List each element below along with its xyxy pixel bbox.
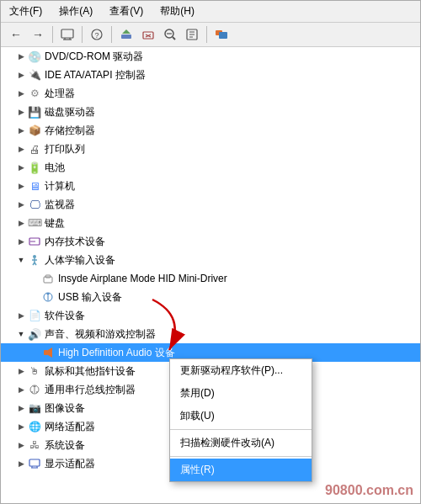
label-audio: High Definition Audio 设备 (58, 346, 175, 360)
menu-action[interactable]: 操作(A) (56, 3, 96, 20)
icon-memtech (28, 235, 41, 248)
svg-rect-0 (61, 29, 73, 38)
context-menu: 更新驱动程序软件(P)... 禁用(D) 卸载(U) 扫描检测硬件改动(A) 属… (169, 358, 312, 482)
properties-button[interactable] (182, 25, 202, 44)
tree-item-print[interactable]: ▶ 🖨 打印队列 (1, 140, 420, 158)
arrow-net: ▶ (16, 422, 26, 432)
label-sound: 声音、视频和游戏控制器 (45, 327, 156, 342)
label-display: 显示适配器 (45, 457, 95, 471)
icon-bus (28, 383, 41, 396)
uninstall-button[interactable] (138, 25, 158, 44)
label-monitor: 监视器 (45, 198, 75, 212)
tree-item-monitor[interactable]: ▶ 🖵 监视器 (1, 195, 420, 214)
arrow-mouse: ▶ (16, 366, 26, 376)
label-dvd: DVD/CD-ROM 驱动器 (45, 50, 143, 64)
label-computer: 计算机 (45, 179, 75, 194)
tree-item-keyboard[interactable]: ▶ ⌨ 键盘 (1, 214, 420, 232)
icon-computer: 🖥 (28, 179, 41, 193)
help-button[interactable]: ? (87, 25, 107, 44)
icon-software: 📄 (28, 309, 41, 322)
label-memtech: 内存技术设备 (45, 235, 105, 249)
label-software: 软件设备 (45, 309, 85, 323)
device-manager-window: 文件(F) 操作(A) 查看(V) 帮助(H) ← → ? (0, 0, 421, 504)
scan-button[interactable] (160, 25, 180, 44)
tree-item-human[interactable]: ▼ 人体学输入设备 (1, 251, 420, 269)
device-tree-area: ▶ 💿 DVD/CD-ROM 驱动器 ▶ 🔌 IDE ATA/ATAPI 控制器… (1, 47, 420, 503)
toolbar-separator-4 (206, 26, 207, 43)
svg-point-24 (33, 255, 36, 258)
icon-sys: 🖧 (28, 438, 41, 452)
toolbar: ← → ? (1, 23, 420, 47)
icon-audio (41, 346, 55, 359)
context-menu-scan[interactable]: 扫描检测硬件改动(A) (170, 432, 312, 454)
menubar: 文件(F) 操作(A) 查看(V) 帮助(H) (1, 1, 420, 23)
context-menu-separator-2 (170, 456, 312, 457)
tree-item-disk[interactable]: ▶ 💾 磁盘驱动器 (1, 103, 420, 121)
show-computer-button[interactable] (57, 25, 77, 44)
icon-usbinput (41, 290, 55, 304)
arrow-dvd: ▶ (16, 51, 26, 61)
icon-human (28, 253, 41, 267)
arrow-computer: ▶ (16, 181, 26, 191)
icon-mouse: 🖱 (28, 364, 41, 378)
tree-item-sound[interactable]: ▼ 🔊 声音、视频和游戏控制器 (1, 325, 420, 343)
tree-item-storage[interactable]: ▶ 📦 存储控制器 (1, 121, 420, 140)
label-human: 人体学输入设备 (45, 253, 115, 268)
icon-display (28, 457, 41, 470)
context-menu-separator (170, 429, 312, 430)
icon-insyde (41, 272, 55, 285)
svg-rect-41 (29, 459, 40, 466)
menu-file[interactable]: 文件(F) (6, 3, 45, 20)
icon-cpu: ⚙ (28, 87, 41, 100)
update-driver-button[interactable] (116, 25, 136, 44)
label-keyboard: 键盘 (45, 216, 65, 231)
label-storage: 存储控制器 (45, 124, 95, 138)
menu-help[interactable]: 帮助(H) (157, 3, 198, 20)
context-menu-uninstall[interactable]: 卸载(U) (170, 405, 312, 427)
menu-view[interactable]: 查看(V) (106, 3, 147, 20)
label-sys: 系统设备 (45, 438, 85, 453)
tree-item-insyde[interactable]: Insyde Airplane Mode HID Mini-Driver (1, 269, 420, 288)
label-image: 图像设备 (45, 401, 85, 416)
svg-text:?: ? (94, 31, 99, 40)
arrow-monitor: ▶ (16, 199, 26, 210)
arrow-battery: ▶ (16, 162, 26, 172)
tree-item-dvd[interactable]: ▶ 💿 DVD/CD-ROM 驱动器 (1, 47, 420, 66)
arrow-memtech: ▶ (16, 236, 26, 247)
icon-monitor: 🖵 (28, 198, 41, 211)
icon-net: 🌐 (28, 420, 41, 433)
back-button[interactable]: ← (6, 25, 26, 44)
context-menu-update[interactable]: 更新驱动程序软件(P)... (170, 359, 312, 382)
tree-item-memtech[interactable]: ▶ 内存技术设备 (1, 232, 420, 251)
label-net: 网络适配器 (45, 420, 95, 434)
label-ide: IDE ATA/ATAPI 控制器 (45, 68, 146, 82)
forward-button[interactable]: → (28, 25, 48, 44)
label-battery: 电池 (45, 161, 65, 175)
label-bus: 通用串行总线控制器 (45, 383, 136, 397)
arrow-sys: ▶ (16, 440, 26, 450)
arrow-keyboard: ▶ (16, 218, 26, 228)
tree-item-usbinput[interactable]: USB 输入设备 (1, 288, 420, 306)
svg-line-28 (35, 263, 36, 265)
more-button[interactable] (211, 25, 232, 44)
icon-keyboard: ⌨ (28, 216, 41, 230)
icon-disk: 💾 (28, 105, 41, 119)
tree-item-battery[interactable]: ▶ 🔋 电池 (1, 158, 420, 177)
arrow-display: ▶ (16, 459, 26, 469)
svg-rect-19 (219, 32, 227, 39)
arrow-image: ▶ (16, 403, 26, 413)
context-menu-disable[interactable]: 禁用(D) (170, 382, 312, 405)
arrow-bus: ▶ (16, 385, 26, 395)
context-menu-properties[interactable]: 属性(R) (170, 459, 312, 481)
arrow-disk: ▶ (16, 107, 26, 117)
arrow-ide: ▶ (16, 70, 26, 80)
toolbar-separator-3 (111, 26, 112, 43)
tree-item-software[interactable]: ▶ 📄 软件设备 (1, 306, 420, 325)
icon-storage: 📦 (28, 124, 41, 137)
tree-item-cpu[interactable]: ▶ ⚙ 处理器 (1, 84, 420, 103)
svg-marker-35 (48, 347, 52, 358)
tree-item-ide[interactable]: ▶ 🔌 IDE ATA/ATAPI 控制器 (1, 66, 420, 84)
tree-item-computer[interactable]: ▶ 🖥 计算机 (1, 177, 420, 195)
icon-ide: 🔌 (28, 68, 41, 82)
toolbar-separator-1 (52, 26, 53, 43)
